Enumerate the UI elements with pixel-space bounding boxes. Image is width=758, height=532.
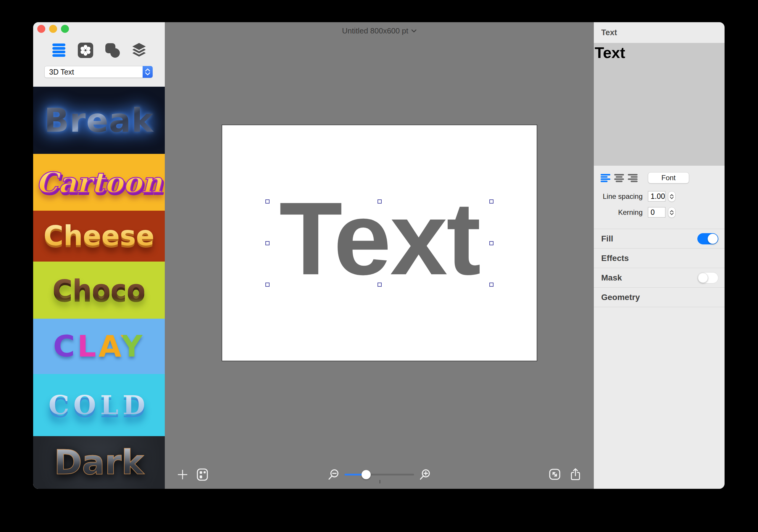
resize-icon[interactable] [548,468,561,481]
align-left-button[interactable] [601,174,610,182]
section-fill-label: Fill [601,234,613,243]
section-geometry[interactable]: Geometry [594,287,725,307]
style-preview-text: COLD [49,392,150,418]
layers-icon[interactable] [130,42,149,59]
alignment-group [601,174,637,182]
screen: 3D Text Break Cartoon Cheese [0,0,758,532]
resize-handle[interactable] [265,283,269,287]
canvas-toolbar-right [548,468,582,481]
style-tile-cheese[interactable]: Cheese [33,211,165,262]
gallery-icon[interactable] [196,468,209,481]
zoom-out-icon[interactable] [327,468,340,481]
resize-handle[interactable] [489,241,494,245]
resize-handle[interactable] [489,283,494,287]
style-preview-text: Choco [53,277,146,304]
add-icon[interactable] [177,469,189,480]
resize-handle[interactable] [378,283,382,287]
resize-handle[interactable] [378,199,382,203]
chevron-down-icon [411,29,417,33]
fullscreen-button[interactable] [61,25,69,33]
align-center-button[interactable] [614,174,624,182]
inspector-sections: Fill Effects Mask Geometry [594,229,725,489]
text-content-editor[interactable]: Text [594,43,725,166]
text-list-icon[interactable] [50,42,68,59]
fill-toggle[interactable] [697,233,718,244]
effects-flower-icon[interactable] [76,42,95,59]
zoom-slider-center-tick [379,480,380,483]
resize-handle[interactable] [265,199,269,203]
traffic-lights [37,25,69,33]
sidebar-toolbar [33,42,165,59]
style-tile-cold[interactable]: COLD [33,374,165,436]
line-spacing-stepper[interactable] [668,191,675,202]
text-controls: Font Line spacing Kerning [594,166,725,229]
line-spacing-row: Line spacing [594,191,725,202]
section-mask-label: Mask [601,273,622,283]
divider [594,307,725,489]
canvas-area[interactable]: Untitled 800x600 pt Text [165,22,594,489]
line-spacing-input[interactable] [648,191,665,201]
section-mask[interactable]: Mask [594,268,725,287]
style-tile-cartoon[interactable]: Cartoon [33,154,165,211]
canvas-toolbar-left [177,468,209,481]
style-category-value: 3D Text [49,68,74,76]
style-preview-text: Dark [54,445,144,479]
style-preset-list: Break Cartoon Cheese Choco CLAY COLD [33,87,165,489]
sidebar: 3D Text Break Cartoon Cheese [33,22,165,489]
style-preview-text: Cheese [44,223,155,250]
share-icon[interactable] [569,468,582,481]
toggle-knob [708,234,718,244]
align-right-button[interactable] [628,174,637,182]
style-tile-dark[interactable]: Dark [33,436,165,489]
sidebar-header: 3D Text [33,22,165,87]
resize-handle[interactable] [265,241,269,245]
canvas-text-object[interactable]: Text [267,201,492,285]
style-preview-text: Cartoon [36,168,162,196]
zoom-slider[interactable] [345,468,414,481]
close-button[interactable] [37,25,45,33]
kerning-label: Kerning [618,208,642,217]
document-title-text: Untitled 800x600 pt [342,26,408,36]
zoom-in-icon[interactable] [419,468,431,481]
section-fill[interactable]: Fill [594,229,725,248]
section-effects-label: Effects [601,254,629,263]
document-title[interactable]: Untitled 800x600 pt [165,26,594,36]
shapes-icon[interactable] [103,42,122,59]
mask-toggle[interactable] [697,272,718,283]
dropdown-stepper-icon [143,66,153,78]
style-tile-break[interactable]: Break [33,87,165,154]
section-effects[interactable]: Effects [594,248,725,268]
kerning-row: Kerning [594,207,725,218]
app-window: 3D Text Break Cartoon Cheese [33,22,725,489]
style-preview-text: CLAY [53,332,145,361]
style-category-dropdown[interactable]: 3D Text [44,66,153,78]
section-geometry-label: Geometry [601,293,640,302]
zoom-slider-thumb[interactable] [362,470,371,479]
style-tile-choco[interactable]: Choco [33,262,165,319]
style-tile-clay[interactable]: CLAY [33,319,165,374]
text-content-value: Text [595,44,625,61]
resize-handle[interactable] [489,199,494,203]
toggle-knob [698,273,708,283]
style-preview-text: Break [44,104,154,137]
font-button[interactable]: Font [648,172,689,184]
inspector-title: Text [601,28,617,37]
inspector-panel: Text Text [594,22,725,489]
inspector-header: Text [594,22,725,43]
zoom-controls [327,468,431,481]
line-spacing-label: Line spacing [603,192,642,200]
minimize-button[interactable] [49,25,57,33]
kerning-input[interactable] [648,207,665,218]
kerning-stepper[interactable] [668,207,675,218]
